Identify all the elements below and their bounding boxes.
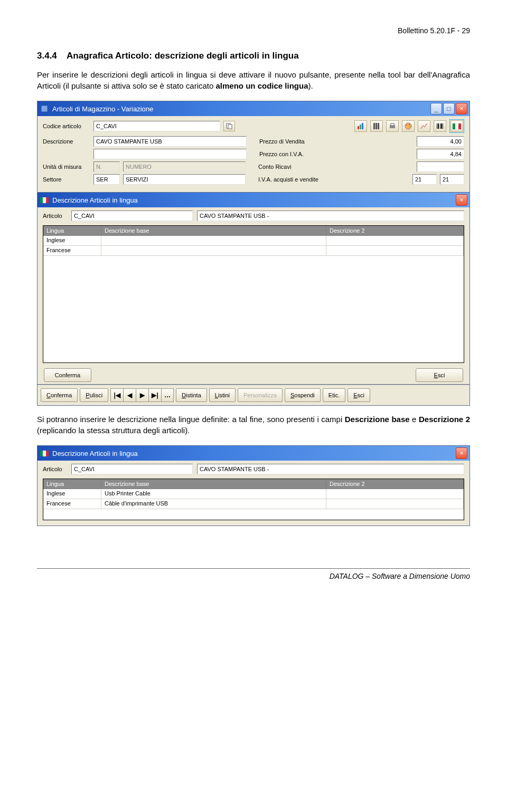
window-title: Descrizione Articoli in lingua (52, 196, 456, 204)
page-header: Bollettino 5.20.1F - 29 (37, 26, 470, 35)
svg-rect-28 (46, 451, 49, 456)
input-iva-acq[interactable]: 21 (412, 174, 437, 185)
minimize-button[interactable]: _ (430, 103, 442, 114)
grid-lingue-2[interactable]: Lingua Descrizione base Descrizione 2 In… (43, 479, 464, 520)
input-settore-code[interactable]: SER (93, 174, 120, 185)
barcode-icon[interactable] (434, 120, 446, 132)
maximize-button[interactable]: □ (443, 103, 455, 114)
svg-rect-25 (46, 197, 49, 203)
page-footer: DATALOG – Software a Dimensione Uomo (37, 568, 470, 580)
close-button[interactable]: × (456, 447, 467, 459)
window-descrizione-lingua-2: Descrizione Articoli in lingua × Articol… (37, 445, 470, 526)
close-button[interactable]: × (456, 194, 467, 206)
chart-icon[interactable] (354, 120, 367, 132)
input-settore-desc: SERVIZI (123, 174, 246, 185)
col-descbase[interactable]: Descrizione base (101, 226, 326, 236)
section-number: 3.4.4 (37, 51, 57, 61)
col-lingua[interactable]: Lingua (43, 226, 101, 236)
label-descrizione: Descrizione (43, 138, 90, 145)
svg-rect-17 (440, 123, 440, 129)
col-desc2[interactable]: Descrizione 2 (326, 479, 464, 489)
svg-rect-26 (40, 451, 43, 456)
input-articolo-code[interactable]: C_CAVI (71, 464, 193, 474)
input-descrizione1[interactable]: CAVO STAMPANTE USB (93, 136, 247, 147)
language-flag-highlight (449, 119, 464, 133)
svg-rect-20 (453, 123, 455, 129)
table-row[interactable]: Francese (43, 246, 464, 256)
sospendi-button[interactable]: Sospendi (285, 388, 321, 402)
svg-rect-7 (375, 123, 377, 129)
palette-icon[interactable] (402, 120, 415, 132)
svg-rect-0 (41, 106, 48, 112)
conferma-button[interactable]: Conferma (41, 388, 78, 402)
label-iva: I.V.A. acquisti e vendite (258, 176, 332, 183)
input-prezzo-vendita[interactable]: 4,00 (417, 136, 464, 147)
bottom-toolbar: Conferma Pulisci |◀ ◀ ▶ ▶| … Distinta Li… (37, 385, 470, 405)
col-desc2[interactable]: Descrizione 2 (326, 226, 464, 236)
distinta-button[interactable]: Distinta (176, 388, 207, 402)
svg-rect-23 (40, 197, 43, 203)
nav-last-icon[interactable]: ▶| (148, 388, 161, 402)
nav-first-icon[interactable]: |◀ (110, 388, 123, 402)
label-prezzo-vendita: Prezzo di Vendita (259, 138, 323, 145)
col-lingua[interactable]: Lingua (43, 479, 101, 489)
svg-rect-8 (378, 123, 379, 129)
titlebar-lingua[interactable]: Descrizione Articoli in lingua × (37, 193, 470, 207)
grid-body[interactable]: Inglese Francese (43, 236, 464, 362)
esci-button[interactable]: Esci (416, 368, 463, 382)
listini-button[interactable]: Listini (209, 388, 236, 402)
label-settore: Settore (43, 176, 90, 183)
input-conto-ricavi[interactable] (417, 161, 464, 172)
nav-prev-icon[interactable]: ◀ (123, 388, 136, 402)
svg-rect-18 (441, 123, 442, 129)
svg-rect-24 (43, 197, 46, 203)
flag-icon (40, 195, 49, 205)
close-button[interactable]: × (456, 103, 467, 114)
esci-button[interactable]: Esci (348, 388, 370, 402)
svg-rect-5 (362, 123, 363, 129)
etic-button[interactable]: Etic. (323, 388, 345, 402)
titlebar-articoli[interactable]: Articoli di Magazzino - Variazione _ □ × (37, 101, 470, 116)
columns-icon[interactable] (370, 120, 383, 132)
svg-rect-16 (438, 123, 439, 129)
grid-lingue[interactable]: Lingua Descrizione base Descrizione 2 In… (43, 225, 464, 363)
toolbar-icons (354, 119, 464, 133)
window-articoli-magazzino: Articoli di Magazzino - Variazione _ □ ×… (37, 101, 470, 406)
label-articolo: Articolo (43, 213, 67, 219)
input-codice[interactable]: C_CAVI (93, 121, 220, 131)
input-iva-ven[interactable]: 21 (440, 174, 464, 185)
titlebar-lingua2[interactable]: Descrizione Articoli in lingua × (37, 446, 470, 461)
input-unita-desc: NUMERO (123, 161, 246, 172)
svg-rect-4 (360, 125, 361, 129)
table-row[interactable]: Inglese (43, 236, 464, 246)
paragraph-1: Per inserire le descrizioni degli artico… (37, 69, 470, 91)
col-descbase[interactable]: Descrizione base (101, 479, 326, 489)
copy-button[interactable] (223, 121, 235, 131)
table-row[interactable]: Inglese Usb Printer Cable (43, 489, 464, 499)
print-icon[interactable] (386, 120, 399, 132)
table-row[interactable]: Francese Câble d'imprimante USB (43, 499, 464, 509)
input-unita-code[interactable]: N. (93, 161, 120, 172)
input-articolo-code[interactable]: C_CAVI (71, 211, 193, 221)
input-prezzo-iva[interactable]: 4,84 (417, 149, 464, 159)
svg-rect-27 (43, 451, 46, 456)
input-articolo-desc[interactable]: CAVO STAMPANTE USB - (197, 464, 464, 474)
graph-icon[interactable] (418, 120, 430, 132)
svg-rect-10 (391, 123, 394, 126)
svg-rect-15 (437, 123, 437, 129)
record-navigator[interactable]: |◀ ◀ ▶ ▶| … (110, 388, 174, 402)
window-descrizione-lingua: Descrizione Articoli in lingua × Articol… (37, 192, 470, 385)
label-unita: Unità di misura (43, 164, 90, 170)
window-title: Descrizione Articoli in lingua (52, 450, 456, 457)
svg-rect-3 (358, 126, 359, 129)
section-title: Anagrafica Articolo: descrizione degli a… (67, 51, 299, 61)
nav-next-icon[interactable]: ▶ (136, 388, 148, 402)
pulisci-button[interactable]: Pulisci (80, 388, 108, 402)
nav-more-icon[interactable]: … (161, 388, 174, 402)
conferma-button[interactable]: Conferma (44, 368, 91, 382)
paragraph-2: Si potranno inserire le descrizione nell… (37, 414, 470, 436)
input-articolo-desc[interactable]: CAVO STAMPANTE USB - (197, 211, 464, 221)
language-flag-button[interactable] (450, 120, 463, 132)
grid-body[interactable]: Inglese Usb Printer Cable Francese Câble… (43, 489, 464, 520)
input-descrizione2[interactable] (93, 149, 247, 159)
